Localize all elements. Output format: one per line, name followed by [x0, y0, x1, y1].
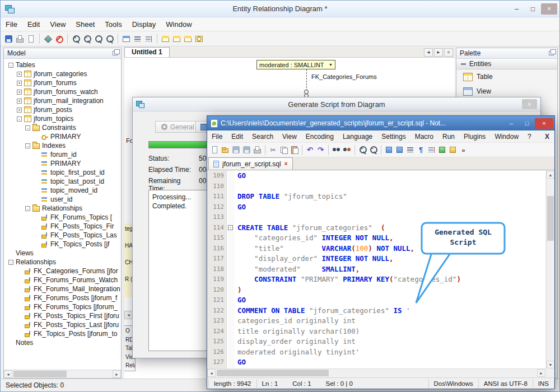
tree-expander-icon[interactable]: +: [17, 108, 22, 113]
tree-item[interactable]: FK_Posts_Topics_First [jforu: [4, 311, 121, 320]
save-file-icon[interactable]: [231, 145, 241, 155]
tree-item[interactable]: FK_Posts_Topics_Last [jforu: [4, 320, 121, 329]
show-all-chars-icon[interactable]: ¶: [416, 145, 426, 155]
doc-switcher-close-button[interactable]: X: [545, 133, 554, 141]
tree-expander-icon[interactable]: +: [17, 99, 22, 104]
tree-item[interactable]: PRIMARY: [4, 159, 121, 168]
copy-icon[interactable]: [279, 145, 288, 155]
redo-icon[interactable]: ↷: [316, 145, 325, 155]
tab-scroll-left-icon[interactable]: ◄: [424, 48, 433, 57]
function-list-icon[interactable]: [437, 145, 447, 155]
tree-item[interactable]: topic_last_post_id: [4, 177, 121, 186]
menu-macro[interactable]: Macro: [410, 132, 438, 142]
notepad-maximize-button[interactable]: □: [519, 118, 535, 129]
tab-close-icon[interactable]: ×: [284, 161, 288, 167]
canvas-scroll-left-icon[interactable]: ◄: [124, 311, 133, 319]
relationship-label[interactable]: FK_Categories_Forums: [311, 73, 377, 80]
tree-expander-icon[interactable]: -: [8, 260, 13, 265]
menu-settings[interactable]: Settings: [377, 132, 410, 142]
scroll-thumb[interactable]: [13, 371, 67, 377]
scroll-down-icon[interactable]: ▼: [547, 361, 554, 368]
tree-item[interactable]: -Relationships: [4, 258, 121, 267]
tree-expander-icon[interactable]: -: [25, 143, 30, 148]
tree-expander-icon[interactable]: -: [25, 125, 30, 130]
tree-item[interactable]: +jforum_forums_watch: [4, 87, 121, 96]
float-panel-icon[interactable]: [549, 51, 554, 55]
tree-item[interactable]: Views: [4, 249, 121, 258]
zoom-fit-icon[interactable]: [105, 34, 114, 44]
menu-plugins[interactable]: Plugins: [459, 132, 490, 142]
tab-jforum-er-script[interactable]: jforum_er_script.sql ×: [208, 157, 293, 170]
zoom-in-icon[interactable]: +: [358, 145, 367, 155]
tree-item[interactable]: +jforum_mail_integration: [4, 96, 121, 105]
tree-item[interactable]: +jforum_posts: [4, 105, 121, 114]
tree-expander-icon[interactable]: -: [25, 206, 30, 211]
tree-item[interactable]: user_id: [4, 195, 121, 204]
float-panel-icon[interactable]: [113, 51, 118, 55]
menu-search[interactable]: Search: [248, 132, 278, 142]
menu-language[interactable]: Language: [338, 132, 377, 142]
entity-view3-icon[interactable]: [183, 34, 193, 44]
zoom-in-icon[interactable]: +: [71, 34, 81, 44]
menu-run[interactable]: Run: [438, 132, 459, 142]
print-preview-icon[interactable]: [26, 34, 36, 44]
print-icon[interactable]: [15, 34, 25, 44]
menu-file[interactable]: File: [1, 18, 22, 30]
entity-keys-icon[interactable]: [194, 34, 204, 44]
tree-item[interactable]: FK_Topics_Posts [jf: [4, 240, 121, 249]
scroll-right-icon[interactable]: ►: [537, 369, 545, 377]
shape-tool-icon[interactable]: [43, 34, 53, 44]
tree-item[interactable]: forum_id: [4, 150, 121, 159]
close-button[interactable]: ×: [541, 3, 557, 15]
outline-view-icon[interactable]: [144, 34, 153, 44]
cut-icon[interactable]: ✂: [268, 145, 278, 155]
filter-icon[interactable]: ▼: [329, 63, 333, 67]
doc-map-icon[interactable]: [448, 145, 458, 155]
scroll-left-icon[interactable]: ◄: [207, 369, 216, 377]
editor-vscrollbar[interactable]: ▲ ▼: [546, 171, 554, 368]
tree-item[interactable]: FK_Categories_Forums [jfor: [4, 267, 121, 276]
tree-item[interactable]: +jforum_categories: [4, 69, 121, 78]
tree-item[interactable]: FK_Posts_Topics_Fir: [4, 222, 121, 231]
entity-view2-icon[interactable]: [172, 34, 181, 44]
tree-expander-icon[interactable]: +: [17, 81, 22, 86]
collapse-icon[interactable]: [461, 63, 466, 65]
tree-item[interactable]: -Relationships: [4, 204, 121, 213]
scroll-up-icon[interactable]: ▲: [547, 171, 554, 179]
editor-hscrollbar[interactable]: ◄ ►: [207, 368, 545, 377]
print-icon[interactable]: [253, 145, 262, 155]
replace-icon[interactable]: [342, 145, 352, 155]
save-icon[interactable]: [4, 34, 13, 44]
fold-toggle-icon[interactable]: -: [228, 225, 233, 230]
tree-item[interactable]: FK_Forums_Topics [: [4, 213, 121, 222]
tree-item[interactable]: topic_moved_id: [4, 186, 121, 195]
palette-section-entities[interactable]: Entities: [456, 59, 557, 69]
tree-item[interactable]: -Constraints: [4, 123, 121, 132]
notepad-close-button[interactable]: ×: [535, 118, 553, 129]
tree-item[interactable]: FK_Forums_Posts [jforum_f: [4, 293, 121, 302]
list-view-icon[interactable]: [133, 34, 142, 44]
menu-view[interactable]: View: [278, 132, 301, 142]
code-editor[interactable]: 109GO110111DROP TABLE "jforum_topics"112…: [208, 171, 545, 368]
zoom-out-icon[interactable]: −: [368, 145, 378, 155]
sync-scroll-v-icon[interactable]: [384, 145, 394, 155]
grid-view-icon[interactable]: [122, 34, 131, 44]
tree-item[interactable]: FK_Forums_Mail_Integration: [4, 284, 121, 293]
scroll-thumb[interactable]: [217, 370, 329, 376]
minimize-button[interactable]: –: [508, 3, 525, 15]
tree-item[interactable]: -jforum_topics: [4, 114, 121, 123]
remove-tool-icon[interactable]: [54, 34, 64, 44]
tree-item[interactable]: FK_Forums_Topics [jforum_: [4, 302, 121, 311]
tree-item[interactable]: -Indexes: [4, 141, 121, 150]
tree-expander-icon[interactable]: -: [17, 116, 22, 122]
menu-window[interactable]: Window: [161, 18, 197, 30]
palette-item-table[interactable]: Table: [456, 69, 557, 84]
tab-untitled-1[interactable]: Untitled 1: [124, 47, 170, 57]
model-hscrollbar[interactable]: ◄ ►: [4, 370, 121, 378]
new-file-icon[interactable]: [210, 145, 220, 155]
tree-expander-icon[interactable]: +: [17, 72, 22, 77]
menu-edit[interactable]: Edit: [227, 132, 248, 142]
tree-expander-icon[interactable]: -: [8, 63, 13, 68]
entity-attribute-row[interactable]: moderated : SMALLINT ▼: [256, 60, 335, 69]
menu-help[interactable]: ?: [523, 132, 536, 142]
